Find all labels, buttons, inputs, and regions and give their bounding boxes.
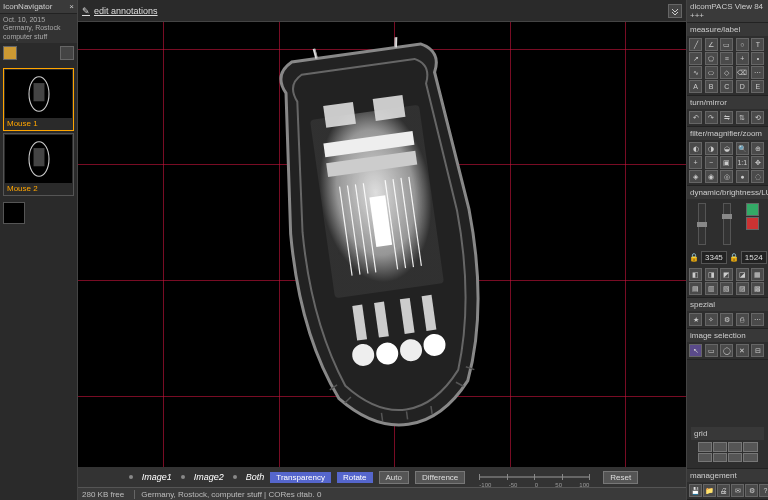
tool-text-icon[interactable]: T — [751, 38, 764, 51]
image2-label[interactable]: Image2 — [194, 472, 224, 482]
zoom-in-icon[interactable]: + — [689, 156, 702, 169]
lut-5-icon[interactable]: ▦ — [751, 268, 764, 281]
zoom-icon[interactable]: ⊕ — [751, 142, 764, 155]
filter-1-icon[interactable]: ◐ — [689, 142, 702, 155]
mgmt-4-icon[interactable]: ✉ — [731, 484, 744, 497]
filter-d-icon[interactable]: ● — [736, 170, 749, 183]
filter-3-icon[interactable]: ◒ — [720, 142, 733, 155]
close-icon[interactable]: × — [69, 2, 74, 11]
lut-3-icon[interactable]: ◩ — [720, 268, 733, 281]
thumb-tool-1[interactable] — [3, 46, 17, 60]
viewer-tabs: ✎ edit annotations — [78, 0, 686, 22]
special-3-icon[interactable]: ⚙ — [720, 313, 733, 326]
tool-d-icon[interactable]: D — [736, 80, 749, 93]
lut-red[interactable] — [746, 217, 759, 230]
tool-line-icon[interactable]: ╱ — [689, 38, 702, 51]
filter-b-icon[interactable]: ◉ — [705, 170, 718, 183]
rotate-left-icon[interactable]: ↶ — [689, 111, 702, 124]
filter-a-icon[interactable]: ◈ — [689, 170, 702, 183]
readout-left: 3345 — [701, 251, 727, 264]
transparency-button[interactable]: Transparency — [270, 472, 331, 483]
mgmt-6-icon[interactable]: ? — [759, 484, 768, 497]
rotate-right-icon[interactable]: ↷ — [705, 111, 718, 124]
zoom-fit-icon[interactable]: ▣ — [720, 156, 733, 169]
thumbnail-mouse-2[interactable]: Mouse 2 — [3, 133, 74, 196]
reset-button[interactable]: Reset — [603, 471, 638, 484]
tool-c-icon[interactable]: C — [720, 80, 733, 93]
select-3-icon[interactable]: ◯ — [720, 344, 733, 357]
blend-slider[interactable]: -100-50050100 — [479, 476, 589, 478]
tool-point-icon[interactable]: • — [751, 52, 764, 65]
image-viewport[interactable] — [78, 22, 686, 467]
lock-icon-2[interactable]: 🔒 — [729, 253, 739, 262]
special-5-icon[interactable]: ⋯ — [751, 313, 764, 326]
both-label[interactable]: Both — [246, 472, 265, 482]
tool-circle-icon[interactable]: ○ — [736, 38, 749, 51]
tool-poly-icon[interactable]: ⬠ — [705, 52, 718, 65]
rotate-button[interactable]: Rotate — [337, 472, 373, 483]
grid-layout-picker[interactable] — [698, 442, 758, 462]
filter-2-icon[interactable]: ◑ — [705, 142, 718, 155]
lut-4-icon[interactable]: ◪ — [736, 268, 749, 281]
readout-right: 1524 — [741, 251, 767, 264]
section-image-sel: image selection — [687, 329, 768, 342]
tool-a-icon[interactable]: A — [689, 80, 702, 93]
lut-2-icon[interactable]: ◨ — [705, 268, 718, 281]
lut-7-icon[interactable]: ▥ — [705, 282, 718, 295]
tool-ellipse-icon[interactable]: ⬭ — [705, 66, 718, 79]
thumbnail-small[interactable] — [3, 202, 25, 224]
special-2-icon[interactable]: ✧ — [705, 313, 718, 326]
special-1-icon[interactable]: ★ — [689, 313, 702, 326]
tool-angle-icon[interactable]: ∠ — [705, 38, 718, 51]
lock-icon[interactable]: 🔒 — [689, 253, 699, 262]
tab-collapse-icon[interactable] — [668, 4, 682, 18]
special-4-icon[interactable]: ⎙ — [736, 313, 749, 326]
lut-green[interactable] — [746, 203, 759, 216]
rotate-free-icon[interactable]: ⟲ — [751, 111, 764, 124]
mgmt-3-icon[interactable]: 🖨 — [717, 484, 730, 497]
lut-6-icon[interactable]: ▤ — [689, 282, 702, 295]
flip-h-icon[interactable]: ⇋ — [720, 111, 733, 124]
thumbnail-mouse-1[interactable]: Mouse 1 — [3, 68, 74, 131]
tool-curve-icon[interactable]: ∿ — [689, 66, 702, 79]
right-tools-panel: dicomPACS View 84 +++ measure/label ╱ ∠ … — [686, 0, 768, 500]
lut-9-icon[interactable]: ▨ — [736, 282, 749, 295]
tool-ruler-icon[interactable]: ≡ — [720, 52, 733, 65]
lut-1-icon[interactable]: ◧ — [689, 268, 702, 281]
left-navigator-panel: IconNavigator × Oct. 10, 2015 Germany, R… — [0, 0, 78, 500]
tool-cross-icon[interactable]: + — [736, 52, 749, 65]
contrast-slider[interactable] — [723, 203, 731, 245]
mgmt-5-icon[interactable]: ⚙ — [745, 484, 758, 497]
tool-erase-icon[interactable]: ⌫ — [736, 66, 749, 79]
lut-8-icon[interactable]: ▧ — [720, 282, 733, 295]
left-panel-header: IconNavigator × — [0, 0, 77, 14]
tool-roi-icon[interactable]: ◇ — [720, 66, 733, 79]
select-4-icon[interactable]: ✕ — [736, 344, 749, 357]
tool-b-icon[interactable]: B — [705, 80, 718, 93]
tool-more-icon[interactable]: ⋯ — [751, 66, 764, 79]
brightness-slider[interactable] — [698, 203, 706, 245]
tool-e-icon[interactable]: E — [751, 80, 764, 93]
flip-v-icon[interactable]: ⇅ — [736, 111, 749, 124]
tool-rect-icon[interactable]: ▭ — [720, 38, 733, 51]
magnifier-icon[interactable]: 🔍 — [736, 142, 749, 155]
image1-label[interactable]: Image1 — [142, 472, 172, 482]
thumb-tool-2[interactable] — [60, 46, 74, 60]
xray-image — [221, 24, 543, 450]
auto-button[interactable]: Auto — [379, 471, 409, 484]
filter-e-icon[interactable]: ◌ — [751, 170, 764, 183]
select-cursor-icon[interactable]: ↖ — [689, 344, 702, 357]
zoom-out-icon[interactable]: − — [705, 156, 718, 169]
mgmt-2-icon[interactable]: 📁 — [703, 484, 716, 497]
pan-icon[interactable]: ✥ — [751, 156, 764, 169]
lut-10-icon[interactable]: ▩ — [751, 282, 764, 295]
select-5-icon[interactable]: ⊟ — [751, 344, 764, 357]
tab-edit-annotations[interactable]: ✎ edit annotations — [82, 6, 158, 16]
right-panel-header: dicomPACS View 84 +++ — [687, 0, 768, 23]
select-2-icon[interactable]: ▭ — [705, 344, 718, 357]
difference-button[interactable]: Difference — [415, 471, 465, 484]
zoom-1-1-icon[interactable]: 1:1 — [736, 156, 749, 169]
filter-c-icon[interactable]: ◎ — [720, 170, 733, 183]
tool-arrow-icon[interactable]: ↗ — [689, 52, 702, 65]
mgmt-1-icon[interactable]: 💾 — [689, 484, 702, 497]
